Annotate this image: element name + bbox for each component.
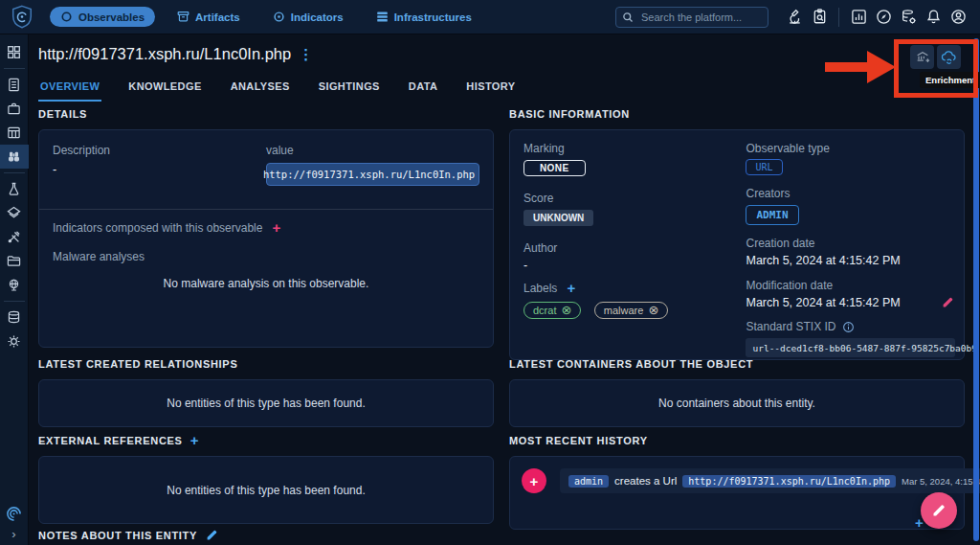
marking-label: Marking: [523, 142, 732, 155]
history-target-chip: http://f0917371.xsph.ru/L1nc0In.php: [682, 475, 896, 488]
page-title: http://f0917371.xsph.ru/L1nc0In.php: [38, 45, 291, 63]
details-divider: [39, 209, 493, 210]
history-create-avatar[interactable]: +: [522, 468, 546, 493]
edit-stix-id-pencil-icon[interactable]: [942, 296, 954, 308]
author-value: -: [523, 259, 732, 272]
opencti-logo-icon[interactable]: [10, 5, 34, 30]
nav-observables[interactable]: Observables: [50, 7, 155, 27]
top-bar: Observables Artifacts Indicators Infrast…: [0, 0, 980, 34]
add-indicator-button[interactable]: +: [272, 222, 280, 234]
description-value: -: [53, 163, 266, 176]
nav-infrastructures[interactable]: Infrastructures: [366, 7, 482, 27]
latest-containers-section: LATEST CONTAINERS ABOUT THE OBJECT No co…: [509, 357, 965, 427]
sidebar-separator: [4, 301, 25, 302]
account-icon[interactable]: [946, 6, 970, 29]
sidebar-item-settings[interactable]: [0, 329, 29, 353]
history-message: admin creates a Url http://f0917371.xsph…: [560, 468, 980, 493]
entity-menu-kebab-icon[interactable]: ⋮: [299, 48, 313, 61]
latest-relationships-title: LATEST CREATED RELATIONSHIPS: [38, 358, 237, 370]
explore-icon[interactable]: [871, 6, 896, 29]
creators-chip[interactable]: ADMIN: [746, 205, 798, 225]
sidebar-item-events[interactable]: [0, 121, 29, 145]
info-icon[interactable]: [842, 321, 855, 333]
modification-date-value: March 5, 2024 at 4:15:42 PM: [746, 296, 954, 309]
share-organization-button[interactable]: [910, 45, 934, 69]
edit-notes-pencil-icon[interactable]: [206, 529, 218, 541]
observations-binoculars-icon: [7, 149, 21, 164]
search-input[interactable]: [615, 7, 768, 28]
sidebar-item-arsenal[interactable]: [0, 201, 29, 225]
external-references-empty-text: No entities of this type has been found.: [39, 457, 493, 523]
tab-sightings[interactable]: SIGHTINGS: [317, 75, 382, 102]
relationships-empty-text: No entities of this type has been found.: [39, 380, 493, 426]
history-timestamp: Mar 5, 2024, 4:15:43 PM: [902, 476, 980, 487]
left-sidebar: ›: [0, 34, 29, 545]
tab-history[interactable]: HISTORY: [464, 75, 517, 102]
enrichment-button[interactable]: [937, 45, 961, 69]
add-external-reference-button[interactable]: +: [190, 435, 199, 446]
details-section-title: DETAILS: [38, 108, 87, 120]
observable-type-label: Observable type: [746, 142, 954, 155]
nav-artifacts[interactable]: Artifacts: [167, 7, 251, 27]
modification-date-label: Modification date: [746, 279, 954, 292]
indicators-composed-label: Indicators composed with this observable: [53, 221, 262, 235]
tab-analyses[interactable]: ANALYSES: [229, 75, 292, 102]
filigran-logo-icon: [6, 506, 22, 522]
data-database-icon: [7, 310, 21, 325]
sidebar-item-data[interactable]: [0, 306, 29, 329]
remove-label-icon[interactable]: ⊗: [561, 305, 571, 316]
sidebar-item-techniques[interactable]: [0, 225, 29, 249]
observables-icon: [60, 11, 73, 23]
enrichment-tooltip: Enrichment: [920, 72, 980, 88]
edit-fab-button[interactable]: [921, 492, 957, 529]
remove-label-icon[interactable]: ⊗: [648, 305, 658, 316]
marking-chip[interactable]: NONE: [523, 160, 586, 176]
main-content: http://f0917371.xsph.ru/L1nc0In.php ⋮ OV…: [29, 34, 980, 545]
cloud-refresh-icon: [941, 49, 957, 65]
creators-label: Creators: [746, 187, 954, 200]
search-icon: [622, 11, 634, 23]
entities-folder-icon: [7, 254, 21, 268]
value-label: value: [266, 144, 479, 157]
notifications-icon[interactable]: [921, 6, 946, 29]
latest-containers-title: LATEST CONTAINERS ABOUT THE OBJECT: [509, 358, 753, 370]
tab-knowledge[interactable]: KNOWLEDGE: [126, 75, 203, 102]
settings-gear-icon: [7, 334, 21, 349]
sidebar-item-dashboard[interactable]: [0, 40, 29, 64]
malware-analyses-label: Malware analyses: [53, 250, 479, 263]
add-label-button[interactable]: +: [567, 283, 575, 294]
data-sharing-icon[interactable]: [896, 6, 921, 29]
sidebar-item-locations[interactable]: [0, 273, 29, 297]
pencil-icon: [931, 503, 947, 518]
recent-history-section: MOST RECENT HISTORY + admin creates a Ur…: [509, 434, 965, 530]
techniques-tools-icon: [7, 230, 21, 244]
creation-date-value: March 5, 2024 at 4:15:42 PM: [746, 254, 954, 267]
clipboard-search-icon[interactable]: [807, 6, 832, 29]
nav-indicators[interactable]: Indicators: [262, 7, 354, 27]
label-chip-malware[interactable]: malware⊗: [594, 302, 668, 319]
author-label: Author: [523, 241, 732, 255]
insights-icon[interactable]: [846, 6, 871, 29]
label-chip-dcrat[interactable]: dcrat⊗: [523, 302, 581, 319]
tab-overview[interactable]: OVERVIEW: [38, 75, 101, 102]
vertical-scrollbar[interactable]: [973, 38, 979, 541]
sidebar-item-threats[interactable]: [0, 177, 29, 201]
sidebar-item-analyses[interactable]: [0, 73, 29, 97]
score-label: Score: [523, 192, 732, 205]
recent-history-title: MOST RECENT HISTORY: [509, 435, 648, 446]
basic-information-section-title: BASIC INFORMATION: [509, 108, 630, 120]
details-section: DETAILS Description - value http://f0917…: [38, 107, 494, 348]
sidebar-item-cases[interactable]: [0, 97, 29, 121]
history-entry: + admin creates a Url http://f0917371.xs…: [509, 456, 965, 530]
dashboard-icon: [7, 45, 21, 59]
sidebar-item-entities[interactable]: [0, 249, 29, 273]
external-references-section: EXTERNAL REFERENCES + No entities of thi…: [38, 434, 494, 524]
plus-icon: +: [530, 473, 539, 489]
microscope-icon[interactable]: [782, 6, 807, 29]
description-label: Description: [53, 144, 266, 157]
containers-empty-text: No containers about this entity.: [510, 380, 964, 426]
sidebar-item-observations[interactable]: [0, 145, 29, 169]
tab-data[interactable]: DATA: [407, 75, 440, 102]
sidebar-collapse-chevron-icon[interactable]: ›: [11, 530, 15, 539]
observable-value-chip[interactable]: http://f0917371.xsph.ru/L1nc0In.php: [266, 163, 479, 186]
